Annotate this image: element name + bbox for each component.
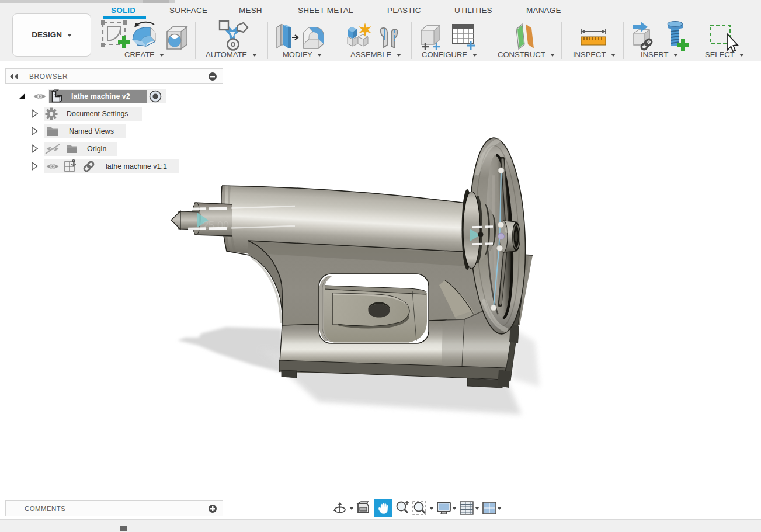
svg-text:25.00: 25.00 [203, 220, 229, 231]
